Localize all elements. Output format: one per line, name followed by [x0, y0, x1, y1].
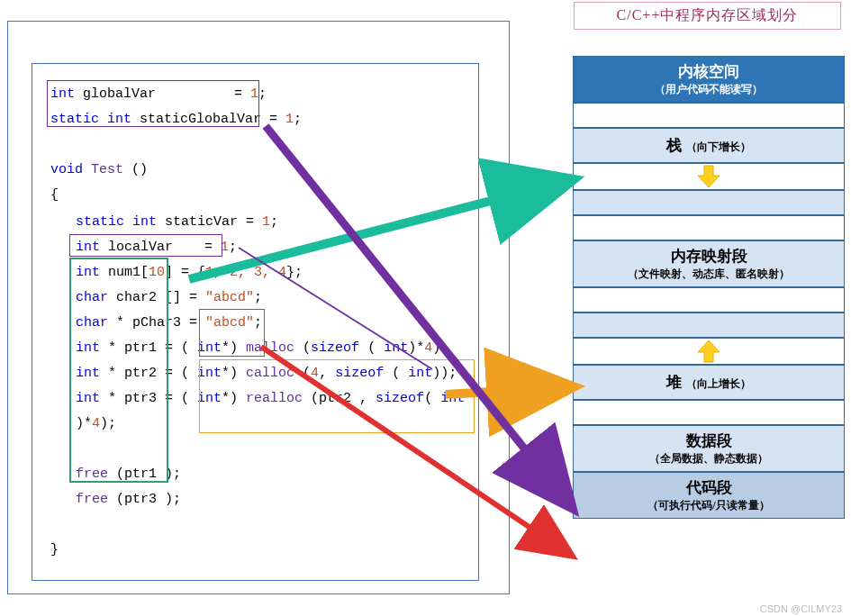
code-line: static int staticGlobalVar = 1; [50, 107, 467, 132]
code-line: int * ptr3 = ( int*) realloc (ptr2 , siz… [50, 386, 467, 437]
code-line: free (ptr3 ); [50, 487, 467, 512]
svg-marker-0 [698, 166, 720, 187]
mem-heap: 堆 （向上增长） [573, 365, 845, 400]
mem-gap [573, 400, 845, 425]
code-line: char char2 [] = "abcd"; [50, 285, 467, 311]
diagram-title: C/C++中程序内存区域划分 [574, 2, 841, 30]
watermark: CSDN @CILMY23 [760, 603, 842, 614]
code-line: int globalVar = 1; [50, 82, 467, 107]
code-line: int localVar = 1; [50, 235, 467, 260]
arrow-up-icon [696, 339, 721, 364]
mem-gap [573, 313, 845, 338]
code-line: static int staticVar = 1; [50, 210, 467, 235]
code-line: char * pChar3 = "abcd"; [50, 311, 467, 336]
code-line: int * ptr2 = ( int*) calloc (4, sizeof (… [50, 361, 467, 386]
memory-layout-table: 内核空间 （用户代码不能读写） 栈 （向下增长） 内存映射段 （文件映射、动态库… [573, 56, 845, 519]
mem-code: 代码段 （可执行代码/只读常量） [573, 472, 845, 519]
mem-gap [573, 287, 845, 313]
mem-heap-arrow [573, 338, 845, 365]
mem-stack: 栈 （向下增长） [573, 128, 845, 163]
mem-kernel: 内核空间 （用户代码不能读写） [573, 56, 845, 103]
svg-marker-1 [698, 340, 720, 362]
code-panel: int globalVar = 1; static int staticGlob… [32, 63, 479, 581]
code-line: void Test () [50, 158, 467, 183]
code-line: int num1[10] = {1, 2, 3, 4}; [50, 260, 467, 285]
mem-data: 数据段 （全局数据、静态数据） [573, 425, 845, 472]
mem-gap [573, 190, 845, 215]
code-line: free (ptr1 ); [50, 462, 467, 487]
mem-stack-arrow [573, 163, 845, 190]
arrow-down-icon [696, 164, 721, 189]
mem-gap [573, 103, 845, 128]
mem-gap [573, 215, 845, 240]
code-line: int * ptr1 = ( int*) malloc (sizeof ( in… [50, 336, 467, 361]
mem-mmap: 内存映射段 （文件映射、动态库、匿名映射） [573, 240, 845, 287]
code-line: } [50, 538, 467, 563]
code-line: { [50, 183, 467, 208]
